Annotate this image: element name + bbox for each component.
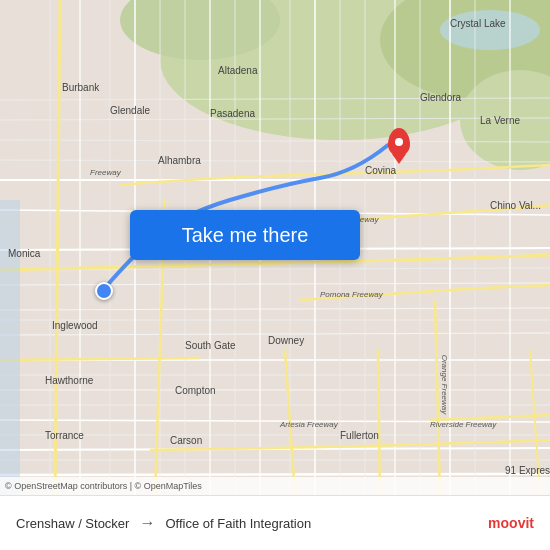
bottom-bar: Crenshaw / Stocker → Office of Faith Int… xyxy=(0,495,550,550)
moovit-text: moovit xyxy=(488,515,534,531)
destination-label: Office of Faith Integration xyxy=(165,516,311,531)
map-attribution: © OpenStreetMap contributors | © OpenMap… xyxy=(0,477,550,495)
origin-marker xyxy=(95,282,113,300)
svg-point-5 xyxy=(440,10,540,50)
attribution-text: © OpenStreetMap contributors | © OpenMap… xyxy=(5,481,202,491)
origin-label: Crenshaw / Stocker xyxy=(16,516,129,531)
take-me-there-button[interactable]: Take me there xyxy=(130,210,360,260)
moovit-logo: moovit xyxy=(488,515,534,531)
svg-line-16 xyxy=(0,474,550,475)
map-container: Crystal Lake Burbank Altadena Glendale P… xyxy=(0,0,550,495)
svg-rect-52 xyxy=(0,200,20,495)
destination-marker xyxy=(388,128,410,156)
arrow-icon: → xyxy=(139,514,155,532)
take-me-there-label: Take me there xyxy=(182,224,309,247)
